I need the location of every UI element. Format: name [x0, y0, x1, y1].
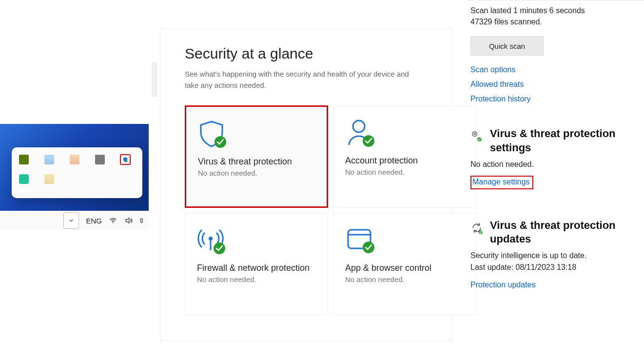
virus-threat-detail-column: Scan lasted 1 minutes 6 seconds 47329 fi…	[470, 0, 636, 364]
tray-icon-defender[interactable]	[120, 154, 131, 165]
tray-icon-nvidia[interactable]	[19, 154, 29, 165]
browser-icon	[345, 226, 376, 255]
svg-point-13	[474, 133, 475, 135]
person-icon	[345, 119, 376, 148]
tile-title: Account protection	[345, 156, 464, 166]
svg-point-6	[209, 237, 213, 241]
quick-scan-label: Quick scan	[489, 42, 525, 50]
vtp-updates-status: Security intelligence is up to date.	[470, 251, 636, 260]
link-scan-options[interactable]: Scan options	[470, 65, 636, 74]
quick-scan-button[interactable]: Quick scan	[470, 36, 544, 56]
link-protection-updates[interactable]: Protection updates	[470, 281, 636, 289]
tile-status: No action needed.	[345, 168, 464, 176]
tray-icon-app-c[interactable]	[44, 174, 55, 184]
taskbar: ENG	[0, 211, 149, 230]
scan-duration: Scan lasted 1 minutes 6 seconds	[470, 5, 636, 16]
glance-title: Security at a glance	[185, 45, 452, 62]
battery-icon[interactable]	[140, 216, 149, 225]
refresh-icon	[470, 222, 483, 236]
link-allowed-threats[interactable]: Allowed threats	[470, 80, 636, 89]
tile-firewall-network[interactable]: Firewall & network protection No action …	[185, 213, 328, 315]
vtp-updates-heading: Virus & threat protection updates	[490, 219, 636, 246]
svg-point-1	[113, 222, 114, 223]
vtp-updates-last: Last update: 08/11/2023 13:18	[470, 263, 636, 272]
panel-edge	[152, 62, 157, 97]
svg-rect-2	[141, 219, 143, 222]
shield-icon	[198, 120, 229, 149]
tile-account-protection[interactable]: Account protection No action needed.	[333, 105, 476, 208]
tile-title: App & browser control	[345, 263, 464, 273]
vtp-settings-heading: Virus & threat protection settings	[490, 127, 636, 155]
tile-status: No action needed.	[198, 169, 315, 177]
link-protection-history[interactable]: Protection history	[470, 95, 636, 103]
gears-icon	[470, 130, 483, 144]
svg-point-12	[472, 132, 477, 137]
antenna-icon	[197, 226, 228, 255]
section-vtp-updates: Virus & threat protection updates	[470, 219, 636, 246]
system-tray-popup	[12, 147, 142, 198]
tile-virus-threat[interactable]: Virus & threat protection No action need…	[185, 105, 328, 208]
wifi-icon[interactable]	[109, 216, 117, 225]
desktop-tray-region: ENG	[0, 124, 149, 226]
tile-title: Firewall & network protection	[197, 263, 316, 273]
tile-title: Virus & threat protection	[198, 157, 315, 167]
glance-subtitle: See what's happening with the security a…	[185, 69, 419, 91]
tray-expand-button[interactable]	[63, 212, 79, 229]
tile-app-browser[interactable]: App & browser control No action needed.	[333, 213, 476, 315]
tile-status: No action needed.	[197, 275, 316, 283]
tray-icon-app-b[interactable]	[69, 154, 80, 165]
sound-icon[interactable]	[124, 216, 133, 225]
glance-tile-grid: Virus & threat protection No action need…	[185, 105, 452, 315]
scan-files-count: 47329 files scanned.	[470, 16, 636, 27]
tray-icon-app-a[interactable]	[44, 154, 55, 165]
section-vtp-settings: Virus & threat protection settings	[470, 127, 636, 155]
svg-point-4	[353, 121, 365, 132]
tray-icon-samsung[interactable]	[19, 174, 29, 184]
tile-status: No action needed.	[345, 275, 464, 283]
security-glance-panel: Security at a glance See what's happenin…	[160, 28, 452, 341]
link-manage-settings[interactable]: Manage settings	[470, 176, 533, 189]
taskbar-language[interactable]: ENG	[86, 217, 102, 225]
vtp-settings-status: No action needed.	[470, 160, 636, 169]
tray-icon-vent[interactable]	[95, 154, 105, 165]
